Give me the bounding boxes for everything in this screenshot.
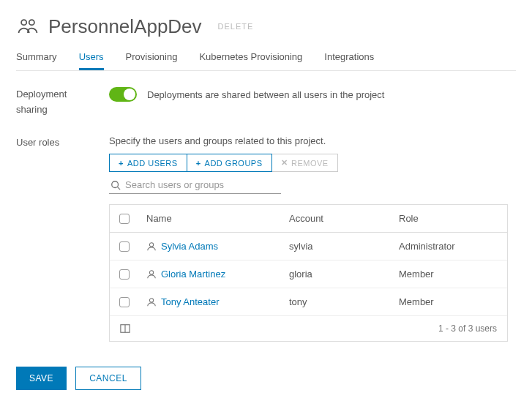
svg-point-0	[21, 20, 26, 25]
svg-point-6	[149, 298, 153, 301]
svg-line-3	[118, 187, 121, 190]
select-all-checkbox[interactable]	[119, 214, 130, 224]
plus-icon: +	[119, 159, 124, 168]
pagination-label: 1 - 3 of 3 users	[438, 323, 497, 334]
row-checkbox[interactable]	[119, 297, 130, 307]
save-button[interactable]: SAVE	[16, 367, 67, 390]
user-roles-section: User roles Specify the users and groups …	[16, 135, 516, 342]
user-roles-label: User roles	[16, 135, 109, 342]
table-row: Sylvia Adams sylvia Administrator	[110, 233, 507, 261]
user-name-link[interactable]: Sylvia Adams	[161, 241, 218, 252]
user-name-link[interactable]: Gloria Martinez	[161, 269, 225, 280]
svg-point-2	[112, 181, 119, 187]
page-title: PersonnelAppDev	[48, 15, 202, 38]
user-role: Member	[391, 261, 507, 288]
col-header-account[interactable]: Account	[282, 205, 391, 232]
tab-summary[interactable]: Summary	[16, 45, 57, 70]
tab-kubernetes-provisioning[interactable]: Kubernetes Provisioning	[199, 45, 302, 70]
user-name-link[interactable]: Tony Anteater	[161, 296, 220, 307]
tab-integrations[interactable]: Integrations	[324, 45, 374, 70]
user-account: sylvia	[282, 233, 391, 260]
user-role: Member	[391, 288, 507, 315]
users-table: Name Account Role Sylvia Adams sylvia Ad…	[109, 204, 508, 342]
remove-button: ✕ REMOVE	[272, 154, 338, 172]
x-icon: ✕	[281, 158, 288, 168]
row-checkbox[interactable]	[119, 269, 130, 280]
search-input[interactable]	[125, 179, 281, 190]
cancel-button[interactable]: CANCEL	[75, 367, 141, 390]
table-row: Gloria Martinez gloria Member	[110, 261, 507, 288]
user-icon	[146, 269, 157, 280]
user-role: Administrator	[391, 233, 507, 260]
search-icon	[110, 180, 121, 190]
column-toggle-icon[interactable]	[120, 323, 130, 334]
table-header: Name Account Role	[110, 205, 507, 233]
deployment-sharing-section: Deployment sharing Deployments are share…	[16, 87, 516, 115]
svg-point-4	[149, 242, 153, 246]
user-roles-description: Specify the users and groups related to …	[109, 135, 516, 146]
plus-icon: +	[196, 159, 201, 168]
user-account: gloria	[282, 261, 391, 288]
delete-button[interactable]: DELETE	[218, 22, 254, 31]
users-icon	[16, 15, 40, 38]
search-row	[109, 176, 281, 194]
tab-provisioning[interactable]: Provisioning	[126, 45, 178, 70]
deployment-sharing-text: Deployments are shared between all users…	[147, 89, 384, 100]
row-checkbox[interactable]	[119, 241, 130, 252]
deployment-sharing-toggle[interactable]	[109, 87, 137, 102]
table-footer: 1 - 3 of 3 users	[110, 316, 507, 341]
col-header-role[interactable]: Role	[391, 205, 507, 232]
user-roles-button-group: + ADD USERS + ADD GROUPS ✕ REMOVE	[109, 154, 516, 172]
col-header-name[interactable]: Name	[139, 205, 282, 232]
svg-point-5	[149, 270, 153, 274]
tab-bar: Summary Users Provisioning Kubernetes Pr…	[16, 45, 516, 71]
add-users-button[interactable]: + ADD USERS	[109, 154, 187, 172]
add-groups-button[interactable]: + ADD GROUPS	[187, 154, 272, 172]
user-icon	[146, 241, 157, 252]
table-row: Tony Anteater tony Member	[110, 288, 507, 316]
user-icon	[146, 297, 157, 307]
tab-users[interactable]: Users	[79, 45, 104, 70]
deployment-sharing-label: Deployment sharing	[16, 87, 109, 115]
footer-actions: SAVE CANCEL	[16, 367, 516, 390]
user-account: tony	[282, 288, 391, 315]
svg-point-1	[29, 20, 34, 25]
project-header: PersonnelAppDev DELETE	[16, 15, 516, 38]
